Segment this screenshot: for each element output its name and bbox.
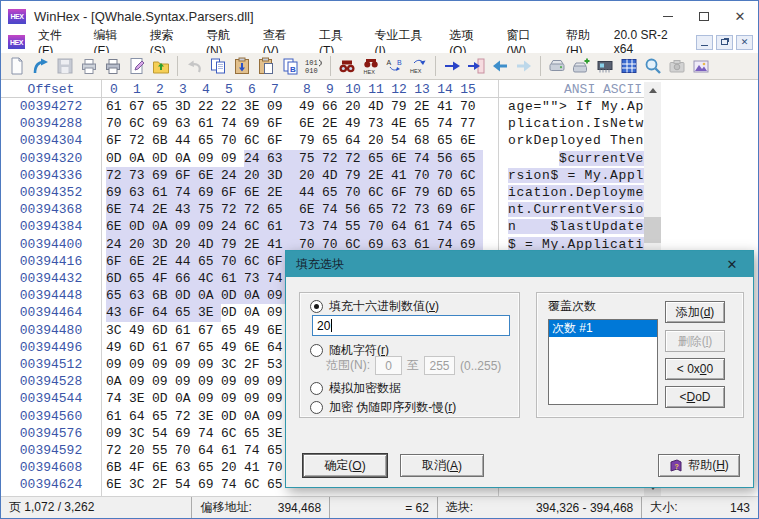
properties-icon[interactable] — [125, 54, 149, 78]
hex-byte[interactable]: 70 — [460, 98, 483, 115]
hex-byte[interactable]: 24 — [106, 236, 129, 253]
hex-byte[interactable]: 61 — [221, 442, 244, 459]
open-ram-icon[interactable] — [593, 54, 617, 78]
hex-byte[interactable]: 69 — [106, 184, 129, 201]
hex-byte[interactable]: 70 — [437, 167, 460, 184]
ascii-cell[interactable]: orkDeployed Then — [508, 132, 644, 149]
hex-byte[interactable]: 09 — [221, 150, 244, 167]
hex-byte[interactable]: 74 — [414, 150, 437, 167]
hex-byte[interactable]: 3D — [152, 236, 175, 253]
hex-byte[interactable]: 6F — [106, 253, 129, 270]
ascii-cell[interactable]: nt.CurrentVersio — [508, 201, 644, 218]
hex-byte[interactable]: 09 — [198, 390, 221, 407]
hex-byte[interactable]: 20 — [299, 167, 322, 184]
hex-byte[interactable]: 64 — [152, 304, 175, 321]
hex-byte[interactable]: 74 — [244, 442, 267, 459]
hex-byte[interactable]: 3E — [129, 390, 152, 407]
close-button[interactable]: ✕ — [722, 1, 758, 31]
hex-byte[interactable]: 0A — [198, 287, 221, 304]
hex-byte[interactable]: 74 — [437, 115, 460, 132]
hex-byte[interactable]: 6C — [244, 476, 267, 493]
hex-byte[interactable]: 6E — [460, 132, 483, 149]
hex-byte[interactable]: 49 — [129, 322, 152, 339]
hex-byte[interactable]: 75 — [198, 201, 221, 218]
hex-byte[interactable]: 0A — [244, 304, 267, 321]
hex-byte[interactable]: 74 — [198, 425, 221, 442]
hex-byte[interactable]: 72 — [244, 201, 267, 218]
hex-byte[interactable]: 4D — [322, 167, 345, 184]
continue-search-icon[interactable]: AB — [383, 54, 407, 78]
scrollbar-thumb[interactable] — [644, 217, 661, 243]
hex-byte[interactable]: 6C — [460, 167, 483, 184]
hex-byte[interactable]: 6F — [129, 304, 152, 321]
hex-byte[interactable]: 63 — [175, 459, 198, 476]
hex-byte[interactable]: 41 — [244, 459, 267, 476]
hex-byte[interactable]: 20 — [244, 167, 267, 184]
add-button[interactable]: 添加(d) — [665, 301, 725, 323]
copy-as-hex-icon[interactable]: B — [278, 54, 302, 78]
hex-byte[interactable]: 6E — [152, 459, 175, 476]
ascii-cell[interactable]: $currentVe — [508, 150, 644, 167]
hex-byte[interactable]: 65 — [221, 322, 244, 339]
hex-byte[interactable]: 73 — [414, 201, 437, 218]
copy-icon[interactable] — [206, 54, 230, 78]
forward-icon[interactable] — [512, 54, 536, 78]
hex-byte[interactable]: 65 — [414, 115, 437, 132]
hex-byte[interactable]: 49 — [244, 322, 267, 339]
hex-byte[interactable]: 64 — [391, 218, 414, 235]
hex-byte[interactable]: 6C — [244, 132, 267, 149]
hex-byte[interactable]: 73 — [368, 115, 391, 132]
hex-byte[interactable]: 43 — [175, 201, 198, 218]
ascii-cell[interactable]: n $lastUpdate — [508, 218, 644, 235]
hex-byte[interactable]: 61 — [106, 408, 129, 425]
hex-byte[interactable]: 65 — [267, 201, 290, 218]
hex-byte[interactable]: 2E — [244, 236, 267, 253]
hex-byte[interactable]: 74 — [221, 476, 244, 493]
hex-byte[interactable]: 24 — [221, 218, 244, 235]
hex-byte[interactable]: 0A — [129, 150, 152, 167]
hex-byte[interactable]: 72 — [345, 150, 368, 167]
hex-byte[interactable]: 65 — [106, 287, 129, 304]
hex-byte[interactable]: 09 — [221, 390, 244, 407]
ascii-cell[interactable]: rsion$ = My.Appl — [508, 167, 644, 184]
hex-byte[interactable]: 66 — [322, 98, 345, 115]
status-block[interactable]: 选块: 394,326 - 394,468 — [438, 497, 642, 518]
hex-byte[interactable]: 3C — [129, 425, 152, 442]
hex-byte[interactable]: 74 — [175, 184, 198, 201]
hex-byte[interactable]: 6F — [106, 132, 129, 149]
hex-byte[interactable]: 0A — [152, 218, 175, 235]
hex-byte[interactable]: 2F — [244, 356, 267, 373]
screenshot-icon[interactable] — [665, 54, 689, 78]
hex-byte[interactable]: 4F — [152, 270, 175, 287]
hex-byte[interactable]: 09 — [221, 373, 244, 390]
hex-byte[interactable]: 65 — [198, 339, 221, 356]
continue-search-hex-icon[interactable]: HEX — [407, 54, 431, 78]
hex-byte[interactable]: 3C — [106, 322, 129, 339]
overwrite-count-item[interactable]: 次数 #1 — [549, 320, 657, 337]
hex-byte[interactable]: 20 — [129, 442, 152, 459]
hex-byte[interactable]: 3C — [221, 356, 244, 373]
hex-byte[interactable]: 6D — [437, 184, 460, 201]
ascii-cell[interactable]: age=""> If My.Ap — [508, 98, 644, 115]
hex-byte[interactable]: 2E — [368, 167, 391, 184]
hex-byte[interactable]: 61 — [198, 115, 221, 132]
hex-byte[interactable]: 3C — [129, 476, 152, 493]
hex-byte[interactable]: 70 — [221, 253, 244, 270]
hex-byte[interactable]: 65 — [460, 184, 483, 201]
hex-byte[interactable]: 0A — [106, 373, 129, 390]
hex-byte[interactable]: 0A — [244, 287, 267, 304]
range-from-input[interactable]: 0 — [375, 356, 402, 375]
open-file-icon[interactable] — [29, 54, 53, 78]
hex-byte[interactable]: 70 — [221, 132, 244, 149]
undo-icon[interactable] — [182, 54, 206, 78]
cancel-button[interactable]: 取消(A) — [400, 454, 484, 477]
copy-binary-icon[interactable]: 101010 — [302, 54, 326, 78]
hex-byte[interactable]: 3D — [267, 167, 290, 184]
hex-byte[interactable]: 20 — [129, 236, 152, 253]
hex-byte[interactable]: 0D — [106, 150, 129, 167]
hex-byte[interactable]: 3E — [244, 98, 267, 115]
hex-byte[interactable]: 65 — [152, 408, 175, 425]
hex-byte[interactable]: 56 — [345, 201, 368, 218]
hex-byte[interactable]: 61 — [152, 339, 175, 356]
hex-byte[interactable]: 69 — [244, 115, 267, 132]
